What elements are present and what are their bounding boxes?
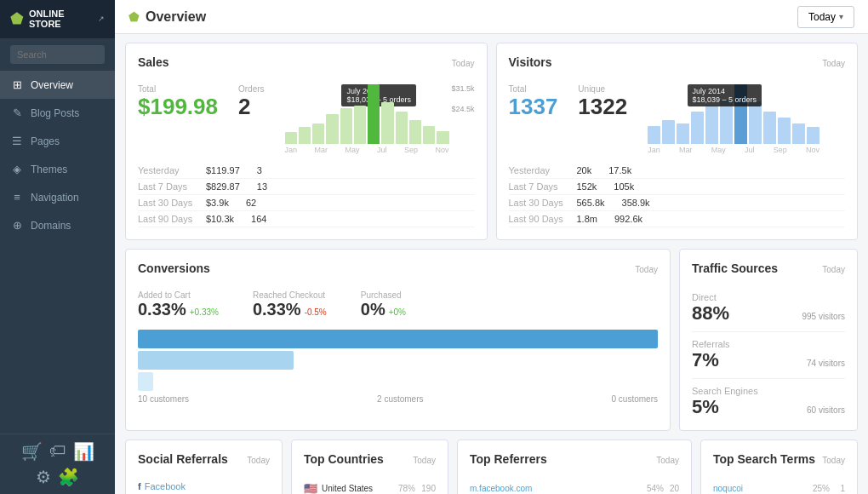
visitors-total-label: Total: [509, 84, 558, 94]
sales-chart: $31.5k $24.5k July 2014$18,039 – 5 order…: [285, 84, 475, 154]
sidebar-item-blogposts[interactable]: ✎ Blog Posts: [0, 99, 115, 127]
today-label: Today: [808, 11, 836, 23]
sales-bar: [285, 132, 297, 144]
today-button[interactable]: Today ▾: [797, 6, 854, 28]
facebook-icon: f: [138, 481, 141, 491]
sales-card: Sales Today Total $199.98 Orders 2 $31.5…: [125, 43, 488, 240]
traffic-search: Search Engines 5% 60 visitors: [692, 386, 845, 418]
sidebar-icon-analytics[interactable]: 📊: [73, 441, 94, 462]
themes-icon: ◈: [10, 163, 24, 175]
sidebar-item-domains[interactable]: ⊕ Domains: [0, 211, 115, 239]
visitors-row-yesterday: Yesterday 20k 17.5k: [509, 163, 846, 179]
conv-customer-labels: 10 customers 2 customers 0 customers: [138, 394, 658, 404]
conversions-title: Conversions: [138, 261, 210, 275]
traffic-search-pct: 5%: [692, 396, 719, 418]
sidebar-item-themes[interactable]: ◈ Themes: [0, 155, 115, 183]
sidebar-item-pages[interactable]: ☰ Pages: [0, 127, 115, 155]
sidebar-label-blogposts: Blog Posts: [31, 107, 79, 119]
country-row-0: 🇺🇸 United States 78% 190: [304, 481, 436, 494]
visitors-card: Visitors Today Total 1337 Unique 1322 Ju…: [496, 43, 859, 240]
conv-purchased-value: 0%: [361, 300, 385, 319]
top-search-card: Top Search Terms Today noqucoi 25% 1 jos…: [700, 439, 858, 494]
sales-total-value: $199.98: [138, 94, 218, 120]
search-list: noqucoi 25% 1 joseph nogucci 25% 1 josep…: [713, 481, 845, 494]
countries-list: 🇺🇸 United States 78% 190 🇨🇦 Canada 7% 17…: [304, 481, 436, 494]
shopify-mark-icon: ⬟: [128, 10, 139, 24]
referrers-period: Today: [656, 456, 679, 465]
conv-funnel: [138, 330, 658, 391]
sales-bar: [326, 114, 338, 144]
stat-row-yesterday: Yesterday $119.97 3: [138, 163, 475, 179]
visitors-bar: [778, 118, 791, 145]
sales-bar: [340, 108, 352, 144]
sales-orders-value: 2: [238, 94, 265, 120]
main-content: ⬟ Overview Today ▾ Sales Today Total $19…: [115, 0, 868, 494]
countries-period: Today: [413, 456, 436, 465]
traffic-direct-pct: 88%: [692, 302, 729, 325]
social-title: Social Referrals: [138, 452, 228, 466]
traffic-sources-card: Traffic Sources Today Direct 88% 995 vis…: [679, 249, 858, 431]
traffic-referrals-visitors: 74 visitors: [807, 359, 845, 368]
conv-cart-delta: +0.33%: [190, 307, 219, 317]
conv-purchased: Purchased 0% +0%: [361, 290, 406, 319]
conv-checkout-value: 0.33%: [253, 300, 301, 319]
traffic-title: Traffic Sources: [692, 261, 778, 275]
blog-icon: ✎: [10, 106, 24, 119]
sales-orders-label: Orders: [238, 84, 265, 94]
visitors-chart-xlabels: JanMarMayJulSepNov: [648, 146, 845, 154]
sidebar-label-pages: Pages: [31, 135, 60, 147]
visitors-chart: July 2014$18,039 – 5 orders: [648, 84, 845, 154]
sidebar: ⬟ ONLINE STORE ↗ ⊞ Overview ✎ Blog Posts…: [0, 0, 115, 494]
visitors-row-7days: Last 7 Days 152k 105k: [509, 179, 846, 195]
row3: Social Referrals Today f Facebook 8% 10 …: [125, 439, 858, 494]
stat-row-90days: Last 90 Days $10.3k 164: [138, 211, 475, 227]
visitors-bar: [749, 101, 762, 144]
sidebar-icon-settings[interactable]: ⚙: [36, 467, 51, 487]
sales-total-label: Total: [138, 84, 218, 94]
sidebar-item-navigation[interactable]: ≡ Navigation: [0, 183, 115, 211]
sidebar-label-overview: Overview: [31, 79, 73, 91]
sales-bar: [354, 106, 366, 145]
sales-chart-xlabels: JanMarMayJulSepNov: [285, 146, 475, 154]
traffic-direct: Direct 88% 995 visitors: [692, 292, 845, 325]
sidebar-icon-puzzle[interactable]: 🧩: [58, 467, 79, 487]
sidebar-item-overview[interactable]: ⊞ Overview: [0, 71, 115, 99]
sales-bar: [299, 127, 311, 144]
content-area: Sales Today Total $199.98 Orders 2 $31.5…: [115, 34, 868, 494]
visitors-period: Today: [822, 59, 845, 68]
visitors-total-section: Total 1337: [509, 84, 558, 154]
sales-bar: [381, 102, 393, 144]
store-name: ONLINE STORE: [29, 9, 94, 29]
conversions-card: Conversions Today Added to Cart 0.33% +0…: [125, 249, 671, 431]
conv-cart-label: Added to Cart: [138, 290, 219, 300]
visitors-total-value: 1337: [509, 94, 558, 120]
conv-checkout-label: Reached Checkout: [253, 290, 327, 300]
sales-title: Sales: [138, 55, 169, 69]
sidebar-search[interactable]: [0, 38, 115, 71]
sidebar-label-themes: Themes: [31, 164, 67, 175]
sales-stat-rows: Yesterday $119.97 3 Last 7 Days $829.87 …: [138, 163, 475, 227]
external-link-icon[interactable]: ↗: [98, 14, 105, 23]
navigation-icon: ≡: [10, 191, 24, 204]
sidebar-label-navigation: Navigation: [31, 192, 79, 204]
visitors-row-30days: Last 30 Days 565.8k 358.9k: [509, 195, 846, 211]
conv-purchased-delta: +0%: [389, 307, 406, 317]
visitors-bar: [792, 124, 805, 145]
search-title: Top Search Terms: [713, 452, 815, 466]
sidebar-nav: ⊞ Overview ✎ Blog Posts ☰ Pages ◈ Themes…: [0, 71, 115, 434]
countries-title: Top Countries: [304, 452, 384, 466]
visitors-chart-tooltip: July 2014$18,039 – 5 orders: [688, 84, 762, 106]
visitors-bar: [705, 106, 718, 145]
conv-funnel-bar-purchased: [138, 372, 153, 391]
referrers-title: Top Referrers: [470, 452, 547, 466]
referrers-list: m.facebook.com 54% 20 l.facebook.com 16%…: [470, 481, 679, 494]
visitors-stat-rows: Yesterday 20k 17.5k Last 7 Days 152k 105…: [509, 163, 846, 227]
sidebar-icon-tag[interactable]: 🏷: [49, 441, 66, 462]
page-title: ⬟ Overview: [128, 9, 206, 25]
sales-bar: [312, 124, 324, 145]
traffic-referrals: Referrals 7% 74 visitors: [692, 339, 845, 371]
social-referrals-card: Social Referrals Today f Facebook 8% 10 …: [125, 439, 283, 494]
sidebar-icon-cart[interactable]: 🛒: [21, 441, 43, 462]
search-input[interactable]: [10, 45, 105, 64]
pages-icon: ☰: [10, 135, 24, 147]
